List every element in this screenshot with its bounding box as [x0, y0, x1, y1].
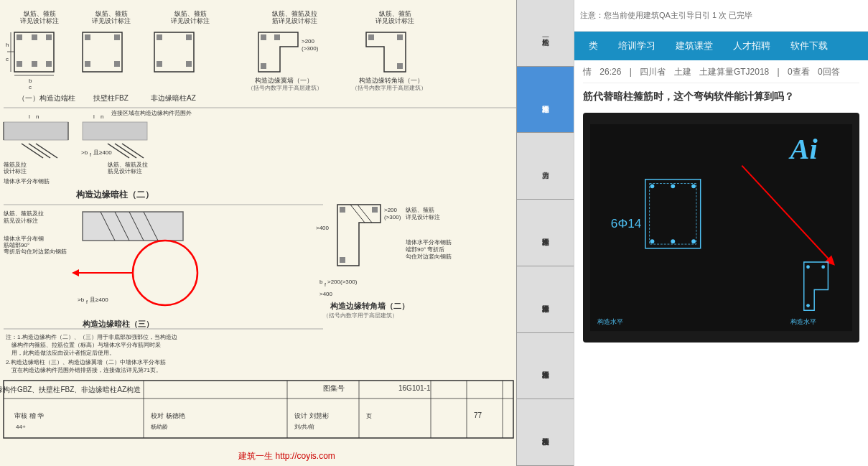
- svg-text:图集号: 图集号: [323, 384, 345, 392]
- svg-text:筋端部90°: 筋端部90°: [4, 242, 29, 248]
- svg-rect-35: [157, 61, 162, 67]
- svg-rect-39: [274, 34, 280, 40]
- svg-rect-14: [17, 61, 22, 67]
- svg-text:>400: >400: [316, 225, 330, 231]
- svg-text:构造边缘暗柱（三）: 构造边缘暗柱（三）: [82, 320, 154, 328]
- svg-rect-40: [261, 63, 266, 69]
- svg-point-143: [650, 239, 655, 243]
- svg-text:77: 77: [474, 411, 482, 419]
- index-item-slab-detail[interactable]: 标准构造板详图: [517, 333, 574, 400]
- svg-text:2.构造边缘暗柱（三）、构造边缘翼墙（二）中墙体水平分布筋: 2.构造边缘暗柱（三）、构造边缘翼墙（二）中墙体水平分布筋: [6, 359, 166, 365]
- svg-text:>200: >200: [384, 207, 398, 213]
- nav-software[interactable]: 软件下载: [782, 35, 836, 57]
- svg-point-151: [821, 265, 825, 269]
- watermark: 建筑一生 http://coyis.com: [238, 450, 335, 462]
- svg-text:构造边缘转角墙（二）: 构造边缘转角墙（二）: [330, 302, 409, 310]
- svg-text:>b: >b: [78, 297, 85, 303]
- svg-text:>200: >200: [302, 38, 315, 45]
- svg-rect-16: [32, 34, 37, 40]
- svg-text:勾住对边竖向钢筋: 勾住对边竖向钢筋: [406, 253, 452, 260]
- svg-text:详见设计标注: 详见设计标注: [171, 17, 210, 24]
- svg-text:纵筋、箍筋及拉: 纵筋、箍筋及拉: [272, 10, 317, 17]
- svg-text:(>300): (>300): [384, 214, 401, 220]
- svg-rect-78: [83, 212, 183, 241]
- question-info-row: 情 26:26 | 四川省 土建 土建算量GTJ2018 | 0查看 0回答: [583, 66, 859, 83]
- svg-rect-27: [85, 34, 90, 40]
- svg-rect-58: [83, 122, 147, 140]
- info-answers: 0回答: [818, 67, 840, 77]
- svg-point-146: [671, 239, 675, 243]
- svg-text:非边缘暗柱AZ: 非边缘暗柱AZ: [151, 94, 196, 102]
- svg-text:b: b: [319, 279, 323, 285]
- svg-rect-90: [372, 207, 378, 213]
- nav-category[interactable]: 类: [580, 35, 607, 57]
- svg-text:用，此构造做法应由设计者指定后使用。: 用，此构造做法应由设计者指定后使用。: [11, 350, 115, 356]
- svg-text:宜在构造边缘构件范围外错排搭接，连接做法详见第71页。: 宜在构造边缘构件范围外错排搭接，连接做法详见第71页。: [11, 367, 162, 373]
- svg-rect-91: [340, 257, 345, 263]
- svg-rect-15: [46, 61, 52, 67]
- index-item-beam-detail[interactable]: 标准梁构造详图: [517, 266, 574, 333]
- svg-point-150: [806, 265, 810, 269]
- svg-rect-17: [32, 61, 37, 67]
- svg-text:且≥400: 且≥400: [90, 297, 108, 303]
- svg-text:44+: 44+: [16, 424, 26, 430]
- info-province: 四川省: [640, 67, 666, 77]
- svg-text:（括号内数字用于高层建筑）: （括号内数字用于高层建筑）: [323, 312, 398, 319]
- svg-text:纵筋、箍筋: 纵筋、箍筋: [174, 10, 207, 17]
- svg-text:纵筋、箍筋: 纵筋、箍筋: [24, 10, 56, 17]
- svg-text:f: f: [325, 282, 326, 287]
- svg-text:（一）构造边端柱: （一）构造边端柱: [18, 94, 75, 102]
- svg-text:弯折后勾住对边竖向钢筋: 弯折后勾住对边竖向钢筋: [4, 248, 67, 255]
- info-profession: 土建: [674, 67, 691, 77]
- right-panel: 注意：您当前使用建筑QA主引导日引 1 次 已完毕 类 培训学习 建筑课堂 人才…: [574, 0, 868, 466]
- index-item-floor-detail[interactable]: 楼板相关构造图: [517, 399, 574, 466]
- svg-rect-47: [397, 63, 403, 69]
- nav-classroom[interactable]: 建筑课堂: [667, 35, 722, 57]
- nav-talent[interactable]: 人才招聘: [724, 35, 779, 57]
- index-item-column-detail[interactable]: 标准构造详图: [517, 200, 574, 266]
- svg-text:纵筋、箍筋及拉: 纵筋、箍筋及拉: [108, 162, 148, 168]
- content-area: 情 26:26 | 四川省 土建 土建算量GTJ2018 | 0查看 0回答 筋…: [574, 60, 868, 466]
- info-separator2: |: [778, 67, 780, 77]
- question-title: 筋代替暗柱箍筋时，这个弯钩软件能计算到吗？: [583, 89, 859, 104]
- svg-text:校对 杨德艳: 校对 杨德艳: [150, 412, 185, 419]
- svg-text:c: c: [29, 84, 32, 90]
- svg-text:设计 刘慧彬: 设计 刘慧彬: [294, 412, 329, 419]
- index-item-shear-wall[interactable]: 剪力墙: [517, 133, 574, 200]
- svg-rect-45: [368, 34, 374, 40]
- svg-text:详见设计标注: 详见设计标注: [375, 17, 414, 24]
- svg-text:构造边缘翼墙（一）: 构造边缘翼墙（一）: [254, 77, 313, 84]
- svg-rect-36: [186, 61, 192, 67]
- info-label-detail: 情: [583, 67, 592, 77]
- index-item-standard-detail[interactable]: 标准构造详图: [517, 67, 574, 134]
- index-sidebar[interactable]: 一般构造 标准构造详图 剪力墙 标准构造详图 标准梁构造详图 标准构造板详图 楼…: [516, 0, 574, 466]
- svg-text:l: l: [29, 113, 30, 120]
- info-views: 0查看: [788, 67, 810, 77]
- index-item-general[interactable]: 一般构造: [517, 0, 574, 67]
- svg-text:Ai: Ai: [788, 133, 818, 165]
- svg-rect-38: [261, 34, 266, 40]
- svg-rect-30: [114, 61, 120, 67]
- svg-point-142: [691, 184, 696, 188]
- svg-text:扶壁柱FBZ: 扶壁柱FBZ: [93, 94, 129, 102]
- info-time: 26:26: [599, 67, 621, 77]
- svg-text:h: h: [6, 42, 9, 48]
- svg-text:审核 稽 华: 审核 稽 华: [14, 412, 44, 419]
- svg-point-141: [650, 184, 655, 188]
- svg-text:(>300): (>300): [302, 45, 319, 52]
- svg-rect-13: [46, 34, 52, 40]
- nav-training[interactable]: 培训学习: [610, 35, 664, 57]
- svg-text:n: n: [36, 113, 39, 120]
- svg-text:缘构件内箍筋、拉筋位置（标高）与墙体水平分布筋同时采: 缘构件内箍筋、拉筋位置（标高）与墙体水平分布筋同时采: [11, 342, 161, 348]
- svg-text:构造边缘暗柱（二）: 构造边缘暗柱（二）: [75, 190, 154, 200]
- svg-rect-46: [397, 34, 403, 40]
- svg-text:构造水平: 构造水平: [597, 318, 623, 325]
- svg-text:杨幼龄: 杨幼龄: [150, 424, 168, 430]
- svg-text:f: f: [90, 152, 91, 157]
- svg-text:构造边缘构件GBZ、扶壁柱FBZ、非边缘暗柱AZ构造: 构造边缘构件GBZ、扶壁柱FBZ、非边缘暗柱AZ构造: [0, 386, 141, 393]
- svg-text:详见设计标注: 详见设计标注: [20, 17, 59, 24]
- svg-text:l: l: [93, 113, 95, 120]
- svg-rect-33: [157, 34, 162, 40]
- svg-text:>200(>300): >200(>300): [327, 279, 358, 285]
- svg-text:墙体水平分布钢筋: 墙体水平分布钢筋: [3, 178, 50, 185]
